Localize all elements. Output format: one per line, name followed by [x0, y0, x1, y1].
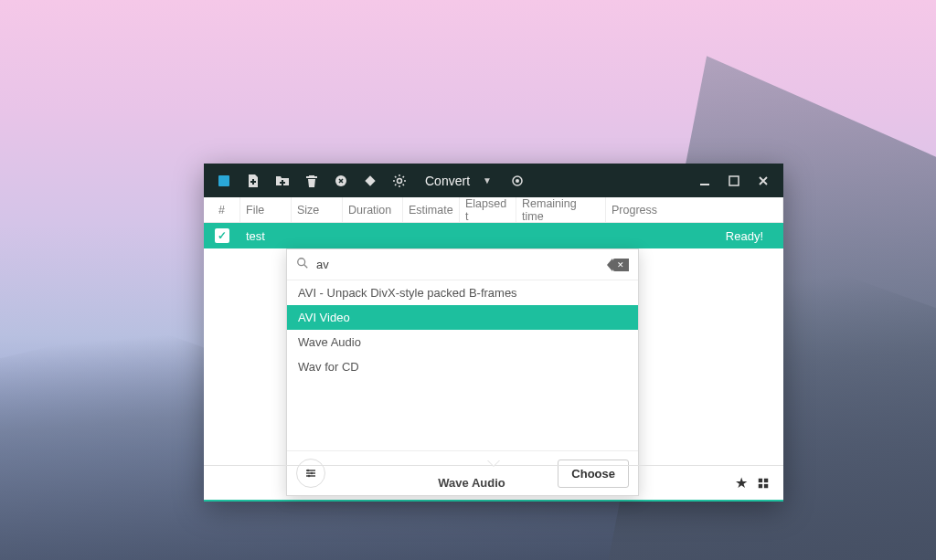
search-row: ✕: [287, 249, 638, 280]
row-status: Ready!: [706, 229, 783, 243]
svg-point-3: [398, 178, 402, 183]
close-button[interactable]: [750, 168, 776, 194]
chevron-down-icon: ▼: [483, 175, 492, 185]
trash-icon[interactable]: [299, 168, 324, 194]
column-headers: # File Size Duration Estimate Elapsed t …: [204, 197, 783, 223]
svg-rect-14: [759, 483, 762, 487]
col-estimate[interactable]: Estimate: [403, 197, 460, 222]
svg-rect-12: [759, 478, 762, 481]
svg-rect-13: [764, 478, 768, 481]
search-input[interactable]: [316, 258, 605, 271]
svg-rect-15: [764, 483, 768, 487]
record-icon[interactable]: [505, 168, 530, 194]
svg-rect-2: [365, 175, 375, 185]
add-folder-icon[interactable]: [270, 168, 295, 194]
mode-dropdown[interactable]: Convert ▼: [416, 174, 501, 188]
col-size[interactable]: Size: [292, 197, 343, 222]
progress-line: [204, 500, 783, 502]
col-check[interactable]: #: [204, 197, 240, 222]
svg-rect-0: [218, 175, 229, 186]
star-icon[interactable]: ★: [730, 474, 752, 491]
results-list: AVI - Unpack DivX-style packed B-frames …: [287, 280, 638, 450]
col-remaining[interactable]: Remaining time: [516, 197, 606, 222]
format-picker-popup: ✕ AVI - Unpack DivX-style packed B-frame…: [286, 248, 639, 496]
app-window: Convert ▼ # File Size Duration Estimate …: [204, 164, 783, 502]
svg-point-5: [516, 179, 519, 183]
body-area: ✕ AVI - Unpack DivX-style packed B-frame…: [204, 248, 783, 465]
svg-rect-6: [700, 184, 709, 185]
col-progress[interactable]: Progress: [606, 197, 783, 222]
result-item[interactable]: AVI Video: [287, 305, 638, 330]
footer-format-label[interactable]: Wave Audio: [213, 476, 730, 490]
app-icon[interactable]: [211, 168, 237, 194]
grid-icon[interactable]: [752, 477, 774, 490]
maximize-button[interactable]: [721, 168, 747, 194]
diamond-icon[interactable]: [357, 168, 383, 194]
col-file[interactable]: File: [240, 197, 292, 222]
titlebar: Convert ▼: [204, 164, 783, 197]
footer-bar: Wave Audio ★: [204, 465, 783, 500]
row-checkbox[interactable]: ✓: [215, 228, 229, 243]
svg-point-8: [298, 259, 305, 266]
add-file-icon[interactable]: [240, 168, 266, 194]
svg-rect-7: [729, 176, 739, 185]
result-item[interactable]: Wave Audio: [287, 330, 638, 354]
col-elapsed[interactable]: Elapsed t: [460, 197, 516, 222]
table-row[interactable]: ✓ test Ready!: [204, 223, 783, 248]
footer-arrow-icon: [487, 460, 500, 466]
minimize-button[interactable]: [692, 168, 718, 194]
result-item[interactable]: AVI - Unpack DivX-style packed B-frames: [287, 280, 638, 305]
row-file: test: [240, 229, 292, 243]
gear-icon[interactable]: [387, 168, 412, 194]
mode-dropdown-label: Convert: [425, 174, 470, 188]
close-circle-icon[interactable]: [328, 168, 354, 194]
search-icon: [296, 257, 309, 272]
col-duration[interactable]: Duration: [343, 197, 403, 222]
result-item[interactable]: Wav for CD: [287, 354, 638, 379]
clear-search-icon[interactable]: ✕: [612, 259, 629, 271]
